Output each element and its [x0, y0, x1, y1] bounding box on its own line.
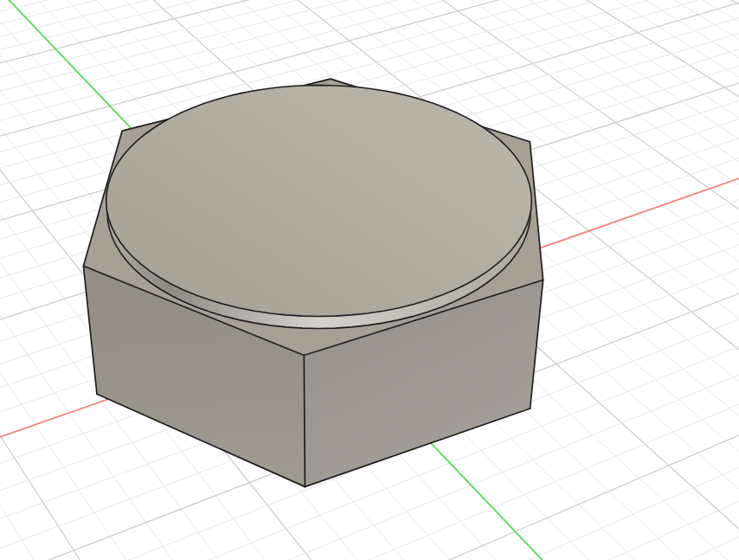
scene-3d-canvas[interactable] — [0, 0, 739, 560]
boss-top-face[interactable] — [106, 85, 532, 316]
cad-viewport[interactable] — [0, 0, 739, 560]
